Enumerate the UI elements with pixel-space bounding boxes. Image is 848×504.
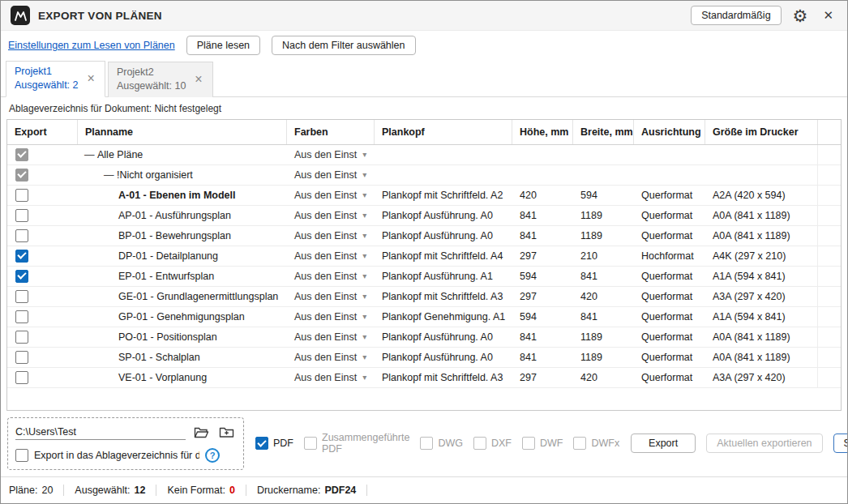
colors-dropdown[interactable]: Aus den Einst▾	[287, 206, 375, 225]
new-folder-icon[interactable]	[217, 425, 236, 441]
help-icon[interactable]: ?	[205, 448, 220, 463]
height-cell: 297	[512, 368, 573, 387]
table-row[interactable]: VE-01 - VorplanungAus den Einst▾Plankopf…	[7, 368, 841, 388]
tree-collapse-icon[interactable]: —	[84, 149, 97, 160]
plankopf-cell: Plankopf Ausführung. A0	[375, 206, 512, 225]
plan-name-cell: AP-01 - Ausführungsplan	[78, 206, 287, 225]
tab-subtitle: Ausgewählt: 2	[15, 79, 79, 92]
plan-name: GP-01 - Genehmigungsplan	[118, 311, 245, 322]
colors-dropdown[interactable]: Aus den Einst▾	[287, 348, 375, 367]
export-to-doc-checkbox[interactable]	[15, 449, 28, 462]
export-checkbox[interactable]	[15, 229, 28, 242]
column-header[interactable]: Ausrichtung	[634, 120, 705, 144]
printer-size-cell: A0A (841 x 1189)	[705, 206, 818, 225]
export-checkbox[interactable]	[15, 310, 28, 323]
format-checkbox-dxf[interactable]: DXF	[473, 437, 512, 450]
colors-dropdown[interactable]: Aus den Einst▾	[287, 246, 375, 266]
colors-dropdown[interactable]: Aus den Einst▾	[287, 226, 375, 246]
format-checkbox-pdf[interactable]: PDF	[255, 437, 293, 450]
plan-name: !Nicht organisiert	[117, 169, 193, 181]
tab-title: Projekt1	[15, 65, 79, 79]
tab-close-icon[interactable]: ×	[193, 73, 203, 86]
default-settings-button[interactable]: Standardmäßig	[691, 6, 781, 25]
table-row[interactable]: —!Nicht organisiertAus den Einst▾	[7, 165, 841, 186]
colors-dropdown[interactable]: Aus den Einst▾	[287, 327, 375, 347]
column-header[interactable]: Breite, mm	[573, 120, 634, 144]
export-checkbox[interactable]	[15, 250, 28, 263]
colors-value: Aus den Einst	[294, 311, 357, 322]
plan-name: DP-01 - Detailplanung	[118, 250, 218, 262]
column-header-gutter	[818, 120, 841, 144]
output-path-input[interactable]	[15, 425, 186, 440]
tab-title: Projekt2	[117, 66, 186, 79]
format-checkbox-dwg[interactable]: DWG	[420, 437, 463, 450]
chevron-down-icon: ▾	[362, 332, 366, 341]
chevron-down-icon: ▾	[362, 251, 366, 260]
status-label: Druckername:	[257, 485, 321, 496]
export-button[interactable]: Export	[631, 434, 696, 453]
export-checkbox[interactable]	[15, 148, 28, 161]
gear-icon[interactable]: ⚙	[793, 7, 808, 24]
export-to-doc-label: Export in das Ablageverzeichnis für das …	[34, 450, 199, 461]
table-row[interactable]: PO-01 - PositionsplanAus den Einst▾Plank…	[7, 327, 841, 348]
format-checkbox-zusammengef-hrte-pdf[interactable]: Zusammengeführte PDF	[304, 432, 409, 455]
height-cell: 841	[512, 206, 573, 225]
table-row[interactable]: BP-01 - BewehrungsplanAus den Einst▾Plan…	[7, 226, 841, 246]
read-settings-link[interactable]: Einstellungen zum Lesen von Plänen	[8, 40, 175, 51]
status-value: 0	[229, 485, 235, 496]
colors-dropdown[interactable]: Aus den Einst▾	[287, 287, 375, 306]
table-row[interactable]: A-01 - Ebenen im ModellAus den Einst▾Pla…	[7, 186, 841, 206]
format-label: Zusammengeführte PDF	[322, 432, 409, 455]
colors-dropdown[interactable]: Aus den Einst▾	[287, 186, 375, 205]
orientation-cell: Querformat	[634, 368, 705, 387]
status-item: Druckername:PDF24	[257, 485, 367, 496]
plankopf-cell: Plankopf mit Schriftfeld. A3	[375, 287, 512, 306]
column-header[interactable]: Planname	[78, 120, 287, 144]
column-header[interactable]: Höhe, mm	[512, 120, 573, 144]
colors-dropdown[interactable]: Aus den Einst▾	[287, 368, 375, 387]
export-checkbox[interactable]	[15, 270, 28, 283]
table-row[interactable]: GP-01 - GenehmigungsplanAus den Einst▾Pl…	[7, 307, 841, 327]
table-row[interactable]: GE-01 - GrundlagenermittlungsplanAus den…	[7, 287, 841, 307]
export-checkbox[interactable]	[15, 351, 28, 364]
export-current-button[interactable]: Aktuellen exportieren	[706, 434, 822, 453]
open-folder-icon[interactable]	[192, 425, 211, 441]
tree-collapse-icon[interactable]: —	[104, 169, 117, 181]
tab-projekt1[interactable]: Projekt1Ausgewählt: 2×	[6, 61, 105, 97]
export-checkbox[interactable]	[15, 290, 28, 303]
column-header[interactable]: Plankopf	[375, 120, 512, 144]
table-row[interactable]: DP-01 - DetailplanungAus den Einst▾Plank…	[7, 246, 841, 267]
export-checkbox[interactable]	[15, 371, 28, 384]
read-plans-button[interactable]: Pläne lesen	[186, 36, 260, 55]
checkbox-icon	[573, 437, 586, 450]
format-checkbox-dwfx[interactable]: DWFx	[573, 437, 619, 450]
format-checkbox-dwf[interactable]: DWF	[522, 437, 563, 450]
export-checkbox[interactable]	[15, 189, 28, 202]
export-checkbox[interactable]	[15, 209, 28, 222]
chevron-down-icon: ▾	[362, 373, 366, 382]
tab-projekt2[interactable]: Projekt2Ausgewählt: 10×	[108, 62, 213, 97]
tab-close-icon[interactable]: ×	[86, 72, 96, 85]
width-cell: 1189	[573, 206, 634, 225]
table-row[interactable]: —Alle PläneAus den Einst▾	[7, 145, 841, 165]
close-window-icon[interactable]: ✕	[819, 6, 837, 24]
plankopf-cell: Plankopf Ausführung. A0	[375, 226, 512, 246]
column-header[interactable]: Export	[7, 120, 78, 144]
column-header[interactable]: Größe im Drucker	[705, 120, 818, 144]
plan-name-cell: DP-01 - Detailplanung	[78, 246, 287, 266]
colors-dropdown[interactable]: Aus den Einst▾	[287, 307, 375, 327]
colors-dropdown[interactable]: Aus den Einst▾	[287, 267, 375, 286]
column-header[interactable]: Farben	[287, 120, 375, 144]
colors-dropdown[interactable]: Aus den Einst▾	[287, 145, 375, 164]
plan-name: Alle Pläne	[97, 149, 143, 160]
format-label: DXF	[491, 438, 512, 449]
export-checkbox[interactable]	[15, 331, 28, 344]
table-row[interactable]: EP-01 - EntwurfsplanAus den Einst▾Planko…	[7, 267, 841, 287]
close-button[interactable]: Schließen	[833, 434, 848, 453]
export-checkbox[interactable]	[15, 169, 28, 182]
table-row[interactable]: SP-01 - SchalplanAus den Einst▾Plankopf …	[7, 348, 841, 368]
select-by-filter-button[interactable]: Nach dem Filter auswählen	[272, 36, 415, 55]
width-cell	[573, 165, 634, 185]
table-row[interactable]: AP-01 - AusführungsplanAus den Einst▾Pla…	[7, 206, 841, 226]
colors-dropdown[interactable]: Aus den Einst▾	[287, 165, 375, 185]
